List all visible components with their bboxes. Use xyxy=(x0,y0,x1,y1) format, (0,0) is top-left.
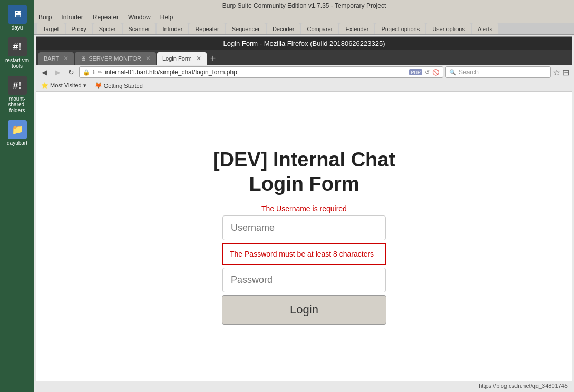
firefox-tab-bart[interactable]: BART ✕ xyxy=(38,52,74,65)
back-button[interactable]: ◀ xyxy=(39,66,50,78)
firefox-tab-server-monitor[interactable]: 🖥 SERVER MONITOR ✕ xyxy=(75,52,156,65)
password-input[interactable] xyxy=(222,268,386,292)
tab-decoder[interactable]: Decoder xyxy=(267,23,300,34)
firefox-statusbar: https://blog.csdn.net/qq_34801745 xyxy=(36,381,572,390)
tab-intruder[interactable]: Intruder xyxy=(157,23,188,34)
tab-user-options[interactable]: User options xyxy=(426,23,471,34)
firefox-titlebar: Login Form - Mozilla Firefox (Build 2018… xyxy=(36,37,572,50)
login-button[interactable]: Login xyxy=(222,295,386,325)
mount-label: mount-shared-folders xyxy=(4,96,31,113)
tab-spider[interactable]: Spider xyxy=(93,23,122,34)
desktop-icon-dayubart[interactable]: 📁 dayubart xyxy=(2,118,33,148)
tab-alerts[interactable]: Alerts xyxy=(472,23,498,34)
desktop-icon-dayu[interactable]: 🖥 dayu xyxy=(2,3,33,33)
username-input[interactable] xyxy=(222,215,386,240)
tab-proxy[interactable]: Proxy xyxy=(66,23,92,34)
dayubart-label: dayubart xyxy=(7,140,27,146)
login-title-line2: Login Form xyxy=(249,173,359,195)
tab-target[interactable]: Target xyxy=(37,23,65,34)
desktop-icon-panel: 🖥 dayu #! restart-vm tools #! mount-shar… xyxy=(0,0,34,392)
tab-lf-label: Login Form xyxy=(162,55,192,62)
firefox-tabs: BART ✕ 🖥 SERVER MONITOR ✕ Login Form ✕ + xyxy=(36,50,572,65)
info-icon: ℹ xyxy=(93,69,95,76)
menu-intruder[interactable]: Intruder xyxy=(60,13,84,22)
tab-sequencer[interactable]: Sequencer xyxy=(226,23,266,34)
search-icon: 🔍 xyxy=(449,69,456,76)
tab-project-options[interactable]: Project options xyxy=(375,23,425,34)
reload-icon: ↺ xyxy=(425,69,430,76)
desktop: 🖥 dayu #! restart-vm tools #! mount-shar… xyxy=(0,0,574,392)
tab-sm-close[interactable]: ✕ xyxy=(145,55,151,62)
dayu-label: dayu xyxy=(12,25,23,31)
firefox-navbar: ◀ ▶ ↻ 🔒 ℹ ✏ internal-01.bart.htb/simple_… xyxy=(36,65,572,80)
status-url: https://blog.csdn.net/qq_34801745 xyxy=(479,383,568,389)
menu-window[interactable]: Window xyxy=(127,13,152,22)
desktop-icon-mount[interactable]: #! mount-shared-folders xyxy=(2,74,33,115)
login-title-line1: [DEV] Internal Chat xyxy=(213,149,395,171)
bookmarks-bar: ⭐ Most Visited ▾ 🦊 Getting Started xyxy=(36,80,572,92)
firefox-tab-login-form[interactable]: Login Form ✕ xyxy=(157,52,207,65)
restart-vm-icon: #! xyxy=(8,37,27,56)
refresh-button[interactable]: ↻ xyxy=(65,66,77,78)
tab-extender[interactable]: Extender xyxy=(339,23,374,34)
dayubart-icon: 📁 xyxy=(8,120,27,139)
firefox-window: Login Form - Mozilla Firefox (Build 2018… xyxy=(36,36,572,390)
burp-title: Burp Suite Community Edition v1.7.35 - T… xyxy=(222,2,386,9)
menu-repeater[interactable]: Repeater xyxy=(91,13,120,22)
url-display: internal-01.bart.htb/simple_chat/login_f… xyxy=(105,68,406,76)
tab-sm-label: SERVER MONITOR xyxy=(89,55,141,62)
tab-repeater[interactable]: Repeater xyxy=(189,23,225,34)
dayu-icon: 🖥 xyxy=(8,5,27,24)
bookmark-star-icon[interactable]: ☆ xyxy=(553,67,560,77)
password-error-box: The Password must be at least 8 characte… xyxy=(222,243,386,265)
bookmark-most-visited[interactable]: ⭐ Most Visited ▾ xyxy=(39,81,89,90)
getting-started-label: Getting Started xyxy=(104,83,143,89)
menu-help[interactable]: Help xyxy=(159,13,175,22)
burp-titlebar: Burp Suite Community Edition v1.7.35 - T… xyxy=(34,0,574,12)
tab-sm-icon: 🖥 xyxy=(80,55,86,62)
tab-bart-label: BART xyxy=(44,55,59,62)
desktop-icon-restart-vm[interactable]: #! restart-vm tools xyxy=(2,35,33,71)
restart-vm-label: restart-vm tools xyxy=(4,57,31,69)
lock-icon: 🔒 xyxy=(83,69,90,76)
tab-bart-close[interactable]: ✕ xyxy=(63,55,69,62)
address-bar[interactable]: 🔒 ℹ ✏ internal-01.bart.htb/simple_chat/l… xyxy=(79,66,443,78)
firefox-icon: 🦊 xyxy=(95,82,102,89)
new-tab-button[interactable]: + xyxy=(208,53,219,64)
bookmark-getting-started[interactable]: 🦊 Getting Started xyxy=(93,81,145,90)
tab-scanner[interactable]: Scanner xyxy=(123,23,156,34)
search-placeholder: Search xyxy=(459,68,479,76)
most-visited-icon: ⭐ xyxy=(41,82,48,89)
forward-button[interactable]: ▶ xyxy=(52,66,63,78)
tab-lf-close[interactable]: ✕ xyxy=(196,55,201,62)
password-error-text: The Password must be at least 8 characte… xyxy=(230,250,374,258)
php-badge: PHP xyxy=(409,69,422,75)
menu-burp[interactable]: Burp xyxy=(37,13,53,22)
most-visited-label: Most Visited ▾ xyxy=(50,82,86,89)
firefox-title: Login Form - Mozilla Firefox (Build 2018… xyxy=(223,40,385,47)
pencil-icon: ✏ xyxy=(98,69,102,76)
home-icon[interactable]: ⊟ xyxy=(562,67,569,77)
burp-window: Burp Suite Community Edition v1.7.35 - T… xyxy=(34,0,574,392)
search-bar[interactable]: 🔍 Search xyxy=(445,66,551,78)
stop-icon: 🚫 xyxy=(432,69,440,76)
mount-icon: #! xyxy=(8,76,27,95)
login-page: [DEV] Internal Chat Login Form The Usern… xyxy=(36,92,572,381)
burp-main-tabs: Target Proxy Spider Scanner Intruder Rep… xyxy=(34,23,574,35)
burp-menubar: Burp Intruder Repeater Window Help xyxy=(34,12,574,23)
firefox-content: [DEV] Internal Chat Login Form The Usern… xyxy=(36,92,572,381)
login-page-title: [DEV] Internal Chat Login Form xyxy=(213,148,395,196)
tab-comparer[interactable]: Comparer xyxy=(301,23,338,34)
username-error: The Username is required xyxy=(261,204,347,213)
